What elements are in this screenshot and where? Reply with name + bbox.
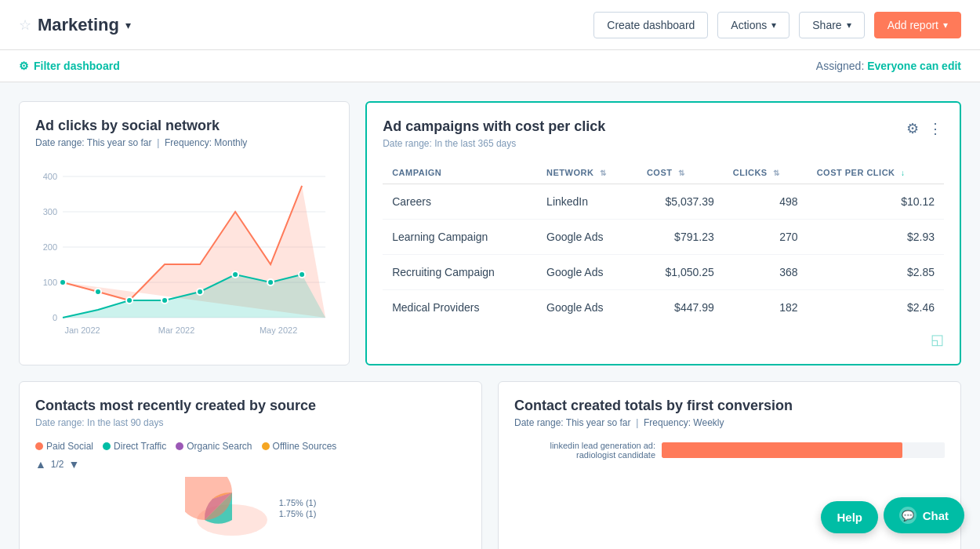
- legend-direct: Direct Traffic: [103, 441, 166, 452]
- clicks-sort-icon: ⇅: [773, 169, 780, 177]
- cell-campaign: Learning Campaign: [383, 220, 537, 255]
- assigned-prefix: Assigned:: [816, 60, 864, 72]
- totals-title: Contact created totals by first conversi…: [514, 398, 945, 414]
- prev-page-btn[interactable]: ▲: [35, 458, 46, 471]
- chart-svg: 400 300 200 100 0: [35, 161, 333, 349]
- direct-label: Direct Traffic: [114, 441, 166, 452]
- svg-text:300: 300: [43, 207, 57, 216]
- cell-cpc: $2.85: [808, 255, 944, 290]
- cell-cost: $447.99: [637, 290, 724, 325]
- cell-network: LinkedIn: [537, 184, 637, 220]
- col-clicks[interactable]: CLICKS ⇅: [724, 162, 808, 184]
- ad-clicks-subtitle: Date range: This year so far | Frequency…: [35, 137, 333, 148]
- filter-icon-btn[interactable]: ⚙: [905, 118, 920, 139]
- network-sort-icon: ⇅: [600, 169, 607, 177]
- bar-chart: linkedin lead generation ad: radiologist…: [514, 441, 945, 460]
- share-button[interactable]: Share: [799, 12, 864, 38]
- page-indicator: 1/2: [51, 459, 64, 470]
- header: ☆ Marketing ▾ Create dashboard Actions S…: [0, 0, 980, 50]
- contacts-title: Contacts most recently created by source: [35, 398, 466, 414]
- svg-text:0: 0: [53, 313, 57, 322]
- title-chevron-icon[interactable]: ▾: [125, 19, 131, 31]
- main-content: Ad clicks by social network Date range: …: [0, 82, 980, 549]
- bar-track-1: [662, 442, 945, 458]
- paid-social-label: Paid Social: [46, 441, 93, 452]
- svg-point-14: [126, 297, 132, 304]
- paid-social-dot: [35, 442, 43, 450]
- offline-dot: [262, 442, 270, 450]
- cpc-sort-icon: ↓: [901, 169, 906, 177]
- organic-dot: [176, 442, 183, 450]
- cell-cost: $791.23: [637, 220, 724, 255]
- pie-label-1: 1.75% (1): [279, 498, 317, 507]
- bar-fill-1: [662, 442, 902, 458]
- col-network[interactable]: NETWORK ⇅: [537, 162, 637, 184]
- svg-point-15: [162, 297, 168, 304]
- actions-button[interactable]: Actions: [717, 12, 789, 38]
- pie-chart: 1.75% (1) 1.75% (1): [35, 477, 466, 540]
- add-report-button[interactable]: Add report: [874, 12, 961, 38]
- cell-clicks: 270: [724, 220, 808, 255]
- contacts-subtitle: Date range: In the last 90 days: [35, 417, 466, 428]
- cell-cost: $1,050.25: [637, 255, 724, 290]
- legend-organic: Organic Search: [176, 441, 252, 452]
- col-cost[interactable]: COST ⇅: [637, 162, 724, 184]
- cell-clicks: 182: [724, 290, 808, 325]
- page-title: Marketing: [38, 15, 119, 35]
- more-options-btn[interactable]: ⋮: [927, 118, 944, 139]
- cell-network: Google Ads: [537, 255, 637, 290]
- filter-dashboard-link[interactable]: ⚙ Filter dashboard: [19, 60, 120, 72]
- filter-bar: ⚙ Filter dashboard Assigned: Everyone ca…: [0, 50, 980, 82]
- bar-row-1: linkedin lead generation ad: radiologist…: [514, 441, 945, 460]
- cell-clicks: 498: [724, 184, 808, 220]
- help-button[interactable]: Help: [821, 501, 878, 533]
- card-actions: ⚙ ⋮: [905, 118, 944, 139]
- assigned-value[interactable]: Everyone can edit: [867, 60, 961, 72]
- ad-campaigns-subtitle: Date range: In the last 365 days: [383, 138, 605, 149]
- cell-cpc: $2.93: [808, 220, 944, 255]
- cell-cost: $5,037.39: [637, 184, 724, 220]
- legend-paid-social: Paid Social: [35, 441, 93, 452]
- col-cpc[interactable]: COST PER CLICK ↓: [808, 162, 944, 184]
- svg-text:Mar 2022: Mar 2022: [158, 325, 194, 335]
- chat-button[interactable]: 💬 Chat: [884, 497, 964, 533]
- svg-point-12: [60, 279, 66, 285]
- direct-dot: [103, 442, 111, 450]
- svg-point-17: [232, 271, 238, 278]
- svg-point-19: [299, 271, 305, 278]
- svg-text:400: 400: [43, 172, 57, 181]
- ad-campaigns-table: CAMPAIGN NETWORK ⇅ COST ⇅ CLICKS ⇅ COST …: [383, 162, 944, 325]
- next-page-btn[interactable]: ▼: [69, 458, 80, 471]
- cell-network: Google Ads: [537, 290, 637, 325]
- cell-campaign: Careers: [383, 184, 537, 220]
- svg-text:May 2022: May 2022: [260, 325, 297, 335]
- ad-clicks-title: Ad clicks by social network: [35, 118, 333, 134]
- filter-label: Filter dashboard: [34, 60, 120, 72]
- svg-text:200: 200: [43, 242, 57, 252]
- table-row: Careers LinkedIn $5,037.39 498 $10.12: [383, 184, 944, 220]
- legend-offline: Offline Sources: [262, 441, 337, 452]
- svg-text:100: 100: [43, 278, 57, 287]
- assigned-area: Assigned: Everyone can edit: [816, 60, 961, 72]
- svg-point-13: [95, 289, 101, 295]
- svg-point-18: [267, 279, 274, 285]
- chat-bubble-icon: 💬: [899, 507, 916, 524]
- svg-point-16: [197, 289, 203, 295]
- star-icon[interactable]: ☆: [19, 16, 31, 34]
- contacts-card: Contacts most recently created by source…: [19, 381, 482, 549]
- table-row: Medical Providers Google Ads $447.99 182…: [383, 290, 944, 325]
- cell-cpc: $10.12: [808, 184, 944, 220]
- cell-campaign: Medical Providers: [383, 290, 537, 325]
- cell-network: Google Ads: [537, 220, 637, 255]
- svg-text:Jan 2022: Jan 2022: [64, 325, 100, 335]
- pagination: ▲ 1/2 ▼: [35, 458, 466, 471]
- bar-label-1: linkedin lead generation ad: radiologist…: [514, 441, 655, 460]
- ad-clicks-card: Ad clicks by social network Date range: …: [19, 101, 350, 365]
- create-dashboard-button[interactable]: Create dashboard: [593, 12, 708, 38]
- contacts-legend: Paid Social Direct Traffic Organic Searc…: [35, 441, 466, 452]
- header-right: Create dashboard Actions Share Add repor…: [593, 12, 961, 38]
- cost-sort-icon: ⇅: [678, 169, 685, 177]
- cell-campaign: Recruiting Campaign: [383, 255, 537, 290]
- totals-subtitle: Date range: This year so far | Frequency…: [514, 417, 945, 428]
- bottom-row: Contacts most recently created by source…: [19, 381, 961, 549]
